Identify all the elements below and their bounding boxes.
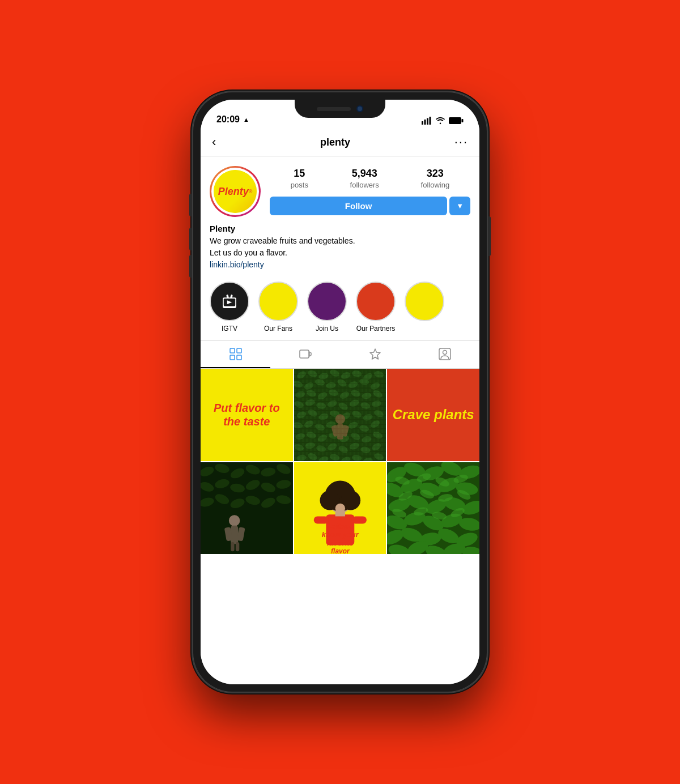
plant-person-pattern	[201, 462, 293, 555]
tab-person[interactable]	[410, 341, 479, 368]
svg-rect-116	[231, 525, 238, 544]
star-icon	[369, 348, 381, 360]
svg-rect-11	[230, 348, 235, 353]
svg-text:flavor: flavor	[331, 547, 350, 554]
highlight-extra[interactable]	[405, 282, 444, 333]
post-6[interactable]	[387, 462, 479, 555]
grid-icon	[230, 348, 242, 360]
stat-following[interactable]: 323 following	[421, 168, 450, 190]
location-arrow-icon: ▲	[243, 116, 249, 123]
battery-icon	[449, 117, 464, 125]
bio-description: We grow craveable fruits and vegetables.…	[210, 235, 470, 259]
phone-device: 20:09 ▲	[193, 92, 487, 692]
svg-rect-124	[352, 516, 367, 523]
svg-point-115	[229, 515, 240, 526]
bio-link[interactable]: linkin.bio/plenty	[210, 260, 470, 269]
woman-yellow: Lettuce know your favorite flavor	[294, 462, 386, 555]
post-2[interactable]	[294, 369, 386, 461]
svg-rect-4	[449, 117, 461, 124]
person-tag-icon	[439, 348, 451, 360]
tab-tagged[interactable]	[340, 341, 410, 368]
svg-point-92	[335, 414, 345, 424]
highlight-circle-igtv	[210, 282, 249, 321]
time-display: 20:09	[216, 114, 240, 125]
svg-text:know your: know your	[321, 530, 359, 539]
phone-notch	[295, 100, 385, 118]
stat-posts[interactable]: 15 posts	[291, 168, 308, 190]
highlight-label-joinus: Join Us	[316, 325, 338, 333]
avatar-inner: Plenty ®	[211, 168, 259, 215]
svg-rect-1	[424, 120, 426, 125]
avatar-logo: Plenty ®	[214, 170, 257, 213]
plant-pattern	[294, 369, 386, 461]
svg-marker-16	[309, 352, 311, 356]
svg-rect-3	[430, 117, 431, 125]
svg-rect-0	[422, 121, 423, 125]
screen-content[interactable]: ‹ plenty ··· Plenty ®	[201, 128, 479, 684]
highlight-label-partners: Our Partners	[356, 325, 396, 333]
post-3[interactable]: Crave plants	[387, 369, 479, 461]
stat-followers[interactable]: 5,943 followers	[350, 168, 379, 190]
stats-row: 15 posts 5,943 followers 323 following	[270, 168, 470, 190]
profile-stats: 15 posts 5,943 followers 323 following	[270, 168, 470, 215]
status-time: 20:09 ▲	[216, 114, 249, 125]
highlight-partners[interactable]: Our Partners	[356, 282, 396, 333]
svg-point-130	[335, 503, 345, 513]
phone-frame: 20:09 ▲	[193, 92, 487, 692]
post-5[interactable]: Lettuce know your favorite flavor	[294, 462, 386, 555]
bio-line2: Let us do you a flavor.	[210, 248, 287, 257]
bio-line1: We grow craveable fruits and vegetables.	[210, 236, 355, 245]
svg-text:Lettuce: Lettuce	[327, 522, 353, 530]
followers-count: 5,943	[350, 168, 379, 180]
svg-rect-15	[300, 350, 309, 358]
post-4[interactable]	[201, 462, 293, 555]
dropdown-arrow-icon: ▼	[456, 202, 464, 210]
highlight-joinus[interactable]: Join Us	[307, 282, 347, 333]
highlight-circle-fans	[258, 282, 298, 321]
igtv-icon	[220, 292, 239, 311]
signal-icon	[422, 117, 432, 125]
posts-grid: Put flavor to the taste	[201, 369, 479, 554]
following-label: following	[421, 181, 450, 189]
nav-bar: ‹ plenty ···	[201, 128, 479, 157]
back-button[interactable]: ‹	[212, 135, 216, 150]
tab-video[interactable]	[270, 341, 340, 368]
front-camera	[356, 105, 363, 112]
tab-bar	[201, 340, 479, 369]
avatar-brand-text: Plenty	[218, 186, 249, 198]
post-1-text: Put flavor to the taste	[201, 397, 293, 433]
speaker-grill	[317, 107, 351, 111]
followers-label: followers	[350, 181, 379, 189]
tab-grid[interactable]	[201, 341, 270, 368]
highlight-circle-joinus	[307, 282, 347, 321]
svg-rect-2	[427, 118, 428, 125]
avatar-wrap[interactable]: Plenty ®	[210, 166, 261, 217]
avatar-registered-mark: ®	[249, 189, 253, 194]
posts-label: posts	[291, 181, 308, 189]
highlight-igtv[interactable]: IGTV	[210, 282, 249, 333]
highlight-fans[interactable]: Our Fans	[258, 282, 298, 333]
bio-name: Plenty	[210, 224, 470, 233]
post-1[interactable]: Put flavor to the taste	[201, 369, 293, 461]
highlight-label-igtv: IGTV	[222, 325, 237, 333]
svg-rect-13	[230, 355, 235, 360]
status-icons	[422, 117, 464, 125]
following-count: 323	[421, 168, 450, 180]
highlight-label-fans: Our Fans	[264, 325, 292, 333]
profile-bio: Plenty We grow craveable fruits and vege…	[201, 221, 479, 276]
svg-text:favorite: favorite	[327, 539, 354, 547]
post-3-text: Crave plants	[388, 403, 479, 427]
highlight-circle-extra	[405, 282, 444, 321]
follow-dropdown-button[interactable]: ▼	[449, 197, 470, 215]
phone-screen: 20:09 ▲	[201, 100, 479, 684]
green-leaves	[387, 462, 479, 555]
avatar-ring: Plenty ®	[210, 166, 261, 217]
highlights-row: IGTV Our Fans Join Us O	[201, 276, 479, 340]
svg-rect-14	[237, 355, 241, 360]
follow-button[interactable]: Follow	[270, 197, 447, 215]
svg-point-18	[443, 351, 447, 355]
svg-rect-96	[201, 462, 293, 555]
more-options-button[interactable]: ···	[454, 135, 468, 150]
profile-username: plenty	[320, 137, 350, 148]
svg-rect-120	[236, 542, 240, 551]
